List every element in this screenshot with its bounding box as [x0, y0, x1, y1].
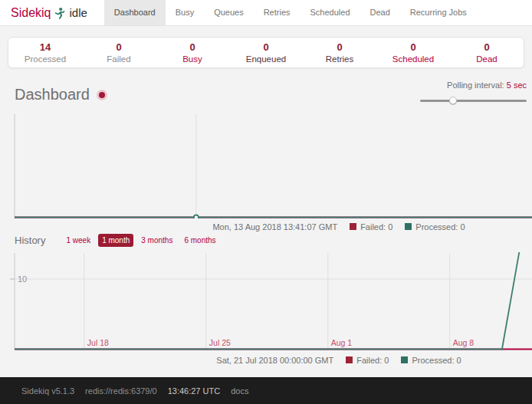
sidekiq-dashboard-page: Sidekiq idle Dashboard Busy Queues Retri… [0, 0, 532, 404]
stats-panel: 14 Processed 0 Failed 0 Busy 0 Enqueued … [8, 37, 524, 68]
stat-processed-value: 14 [8, 41, 82, 54]
history-chart-svg: Jul 18Jul 25Aug 1Aug 810 [0, 252, 532, 350]
tab-dashboard[interactable]: Dashboard [104, 0, 166, 25]
stat-busy[interactable]: 0 Busy [156, 40, 229, 65]
realtime-chart[interactable] [0, 113, 532, 218]
realtime-chart-svg [0, 113, 532, 218]
history-header: History 1 week 1 month 3 months 6 months [15, 234, 224, 247]
history-processed-legend: Processed: 0 [412, 356, 461, 365]
docs-link[interactable]: docs [231, 386, 248, 396]
range-1-week[interactable]: 1 week [62, 234, 94, 247]
stat-enqueued-label: Enqueued [229, 54, 303, 64]
navbar: Sidekiq idle Dashboard Busy Queues Retri… [0, 0, 532, 26]
stat-processed: 14 Processed [8, 40, 82, 65]
range-1-month[interactable]: 1 month [98, 234, 133, 247]
realtime-hover-time: Mon, 13 Aug 2018 13:41:07 GMT [212, 222, 337, 232]
svg-text:Aug 8: Aug 8 [453, 338, 475, 347]
realtime-caption: Mon, 13 Aug 2018 13:41:07 GMT Failed: 0 … [0, 221, 532, 232]
tab-busy[interactable]: Busy [166, 0, 204, 25]
polling-label: Polling interval: 5 sec [412, 80, 527, 90]
tab-queues[interactable]: Queues [204, 0, 254, 25]
stat-dead-value: 0 [450, 41, 524, 54]
slider-track[interactable] [420, 100, 527, 102]
live-beacon-icon [97, 90, 107, 100]
tab-recurring-jobs[interactable]: Recurring Jobs [400, 0, 477, 25]
svg-text:Jul 25: Jul 25 [209, 338, 231, 347]
stat-retries-value: 0 [303, 41, 376, 54]
sidekiq-version: Sidekiq v5.1.3 [21, 386, 74, 396]
dashboard-heading: Dashboard [15, 86, 107, 103]
tab-scheduled[interactable]: Scheduled [300, 0, 360, 25]
tab-dead[interactable]: Dead [360, 0, 400, 25]
stat-failed: 0 Failed [82, 40, 156, 65]
tab-retries[interactable]: Retries [254, 0, 300, 25]
footer: Sidekiq v5.1.3 redis://redis:6379/0 13:4… [0, 377, 532, 404]
history-failed-legend: Failed: 0 [356, 356, 389, 365]
stat-failed-value: 0 [82, 41, 156, 54]
realtime-processed-legend: Processed: 0 [415, 222, 465, 232]
range-3-months[interactable]: 3 months [137, 234, 176, 247]
stat-scheduled[interactable]: 0 Scheduled [376, 40, 450, 65]
brand-link[interactable]: Sidekiq idle [0, 0, 98, 25]
polling-interval-slider[interactable] [420, 97, 527, 104]
failed-swatch-icon [346, 356, 353, 363]
redis-status: idle [69, 6, 87, 19]
svg-text:Jul 18: Jul 18 [87, 338, 109, 347]
stat-dead-label: Dead [450, 54, 524, 64]
stat-busy-label: Busy [156, 54, 229, 64]
nav-tabs: Dashboard Busy Queues Retries Scheduled … [104, 0, 477, 25]
polling-control: Polling interval: 5 sec [412, 80, 527, 104]
stat-enqueued-value: 0 [229, 41, 303, 54]
page-title: Dashboard [15, 86, 90, 103]
history-chart[interactable]: Jul 18Jul 25Aug 1Aug 810 [0, 252, 532, 350]
sidekiq-logo-icon [54, 7, 65, 19]
stat-failed-label: Failed [82, 54, 156, 64]
redis-url: redis://redis:6379/0 [85, 386, 157, 396]
stat-processed-label: Processed [8, 54, 82, 64]
polling-value: 5 sec [507, 80, 527, 90]
processed-swatch-icon [401, 356, 408, 363]
server-utc-time: 13:46:27 UTC [168, 386, 220, 396]
stat-retries-label: Retries [303, 54, 376, 64]
slider-handle[interactable] [449, 97, 457, 104]
svg-text:10: 10 [18, 274, 27, 284]
stat-retries[interactable]: 0 Retries [303, 40, 376, 65]
failed-swatch-icon [350, 223, 356, 230]
svg-text:Aug 1: Aug 1 [331, 338, 353, 347]
history-caption: Sat, 21 Jul 2018 00:00:00 GMT Failed: 0 … [0, 354, 532, 366]
history-title: History [15, 235, 45, 246]
range-6-months[interactable]: 6 months [180, 234, 219, 247]
stat-scheduled-value: 0 [376, 41, 450, 54]
stat-scheduled-label: Scheduled [376, 54, 450, 64]
realtime-failed-legend: Failed: 0 [360, 222, 392, 232]
history-hover-time: Sat, 21 Jul 2018 00:00:00 GMT [216, 356, 333, 365]
brand-name: Sidekiq [11, 6, 51, 20]
stat-enqueued[interactable]: 0 Enqueued [229, 40, 303, 65]
processed-swatch-icon [405, 223, 412, 230]
stat-busy-value: 0 [156, 41, 229, 54]
stat-dead[interactable]: 0 Dead [450, 40, 524, 65]
